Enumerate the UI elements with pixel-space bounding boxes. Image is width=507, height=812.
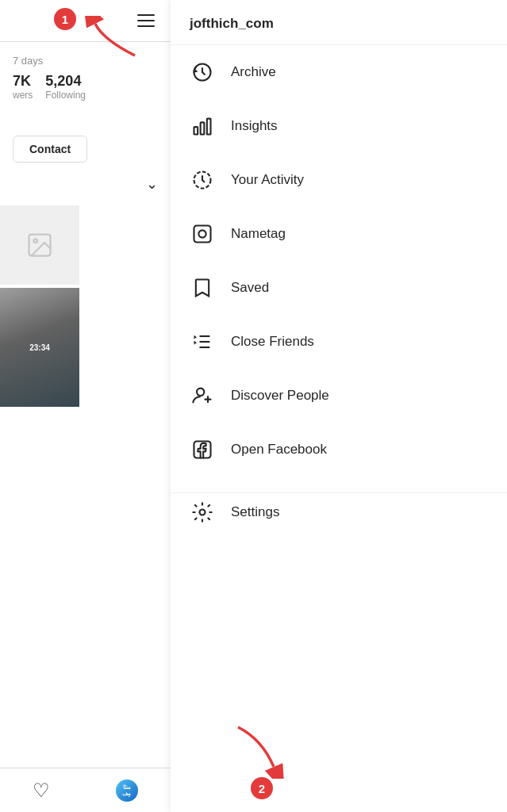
menu-item-open-facebook[interactable]: Open Facebook bbox=[171, 423, 507, 477]
grid-photo-placeholder bbox=[0, 205, 79, 285]
svg-point-15 bbox=[197, 389, 204, 396]
menu-item-your-activity[interactable]: Your Activity bbox=[171, 153, 507, 207]
menu-item-archive[interactable]: Archive bbox=[171, 45, 507, 99]
bottom-nav: ♡ منٹامِف bbox=[0, 768, 171, 812]
discover-people-icon bbox=[190, 383, 215, 408]
heart-icon[interactable]: ♡ bbox=[33, 779, 50, 802]
menu-item-settings[interactable]: Settings bbox=[171, 492, 507, 539]
contact-section: Contact bbox=[0, 129, 171, 169]
svg-point-1 bbox=[34, 239, 38, 243]
right-menu-panel: jofthich_com Archive bbox=[171, 0, 507, 812]
saved-icon bbox=[190, 275, 215, 301]
svg-rect-8 bbox=[194, 226, 211, 243]
svg-marker-14 bbox=[194, 341, 198, 345]
menu-username: jofthich_com bbox=[171, 0, 507, 45]
nametag-icon bbox=[190, 221, 215, 247]
close-friends-label: Close Friends bbox=[231, 334, 314, 350]
menu-item-saved[interactable]: Saved bbox=[171, 261, 507, 315]
open-facebook-label: Open Facebook bbox=[231, 442, 327, 458]
saved-label: Saved bbox=[231, 280, 269, 296]
contact-button[interactable]: Contact bbox=[13, 136, 87, 163]
menu-item-insights[interactable]: Insights bbox=[171, 99, 507, 153]
your-activity-icon bbox=[190, 167, 215, 193]
archive-label: Archive bbox=[231, 64, 276, 80]
svg-rect-6 bbox=[207, 119, 211, 135]
grid-photo-phone: 23:34 bbox=[0, 288, 79, 407]
svg-rect-5 bbox=[201, 122, 205, 134]
archive-icon bbox=[190, 59, 215, 85]
profile-grid: 23:34 bbox=[0, 199, 171, 413]
chevron-down-icon[interactable]: ⌄ bbox=[146, 175, 158, 193]
avatar-text: منٹامِف bbox=[122, 784, 131, 796]
close-friends-icon bbox=[190, 329, 215, 354]
nametag-label: Nametag bbox=[231, 226, 286, 242]
insights-icon bbox=[190, 113, 215, 139]
menu-list: Archive Insights Your Activity bbox=[171, 45, 507, 539]
following-count: 5,204 bbox=[45, 73, 86, 90]
chevron-row: ⌄ bbox=[0, 169, 171, 199]
avatar[interactable]: منٹامِف bbox=[116, 779, 138, 802]
svg-rect-4 bbox=[194, 127, 198, 134]
svg-point-9 bbox=[198, 230, 205, 237]
svg-marker-13 bbox=[194, 335, 198, 339]
your-activity-label: Your Activity bbox=[231, 172, 304, 188]
followers-count: 7K bbox=[13, 73, 33, 90]
menu-item-discover-people[interactable]: Discover People bbox=[171, 369, 507, 423]
menu-item-close-friends[interactable]: Close Friends bbox=[171, 315, 507, 369]
annotation-badge-2: 2 bbox=[251, 777, 273, 799]
settings-label: Settings bbox=[231, 504, 279, 520]
insights-label: Insights bbox=[231, 118, 278, 134]
annotation-arrow-1 bbox=[79, 16, 143, 67]
discover-people-label: Discover People bbox=[231, 388, 329, 404]
annotation-arrow-2 bbox=[230, 723, 294, 782]
annotation-badge-1: 1 bbox=[54, 8, 76, 30]
svg-point-17 bbox=[200, 510, 205, 515]
following-label: Following bbox=[45, 90, 86, 101]
followers-label: wers bbox=[13, 90, 33, 101]
left-profile-panel: 7 days 7K wers 5,204 Following Contact ⌄ bbox=[0, 0, 171, 812]
settings-icon bbox=[190, 500, 215, 525]
facebook-icon bbox=[190, 437, 215, 462]
menu-item-nametag[interactable]: Nametag bbox=[171, 207, 507, 261]
